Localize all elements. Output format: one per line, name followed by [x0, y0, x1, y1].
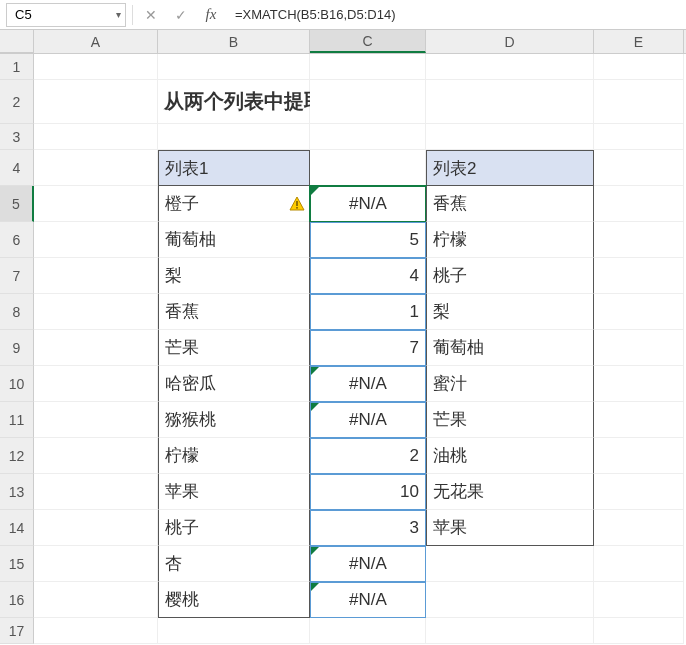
col-header-B[interactable]: B	[158, 30, 310, 53]
select-all-corner[interactable]	[0, 30, 34, 53]
list1-item[interactable]: 柠檬	[158, 438, 310, 474]
list2-item[interactable]: 油桃	[426, 438, 594, 474]
row-header[interactable]: 14	[0, 510, 34, 546]
cell[interactable]	[34, 618, 158, 644]
enter-icon[interactable]: ✓	[169, 3, 193, 27]
cell[interactable]	[34, 54, 158, 80]
row-header[interactable]: 4	[0, 150, 34, 186]
row-header[interactable]: 6	[0, 222, 34, 258]
cell[interactable]	[310, 124, 426, 150]
row-header[interactable]: 5	[0, 186, 34, 222]
chevron-down-icon[interactable]: ▾	[116, 9, 121, 20]
row-header[interactable]: 9	[0, 330, 34, 366]
list2-item[interactable]: 梨	[426, 294, 594, 330]
row-header[interactable]: 2	[0, 80, 34, 124]
cell[interactable]	[594, 80, 684, 124]
spill-cell[interactable]: 7	[310, 330, 426, 366]
list1-item[interactable]: 猕猴桃	[158, 402, 310, 438]
cell[interactable]	[34, 150, 158, 186]
title-cell[interactable]: 从两个列表中提取相同值	[158, 80, 310, 124]
col-header-D[interactable]: D	[426, 30, 594, 53]
active-cell[interactable]: #N/A	[310, 186, 426, 222]
list1-item[interactable]: 芒果	[158, 330, 310, 366]
cell[interactable]	[34, 186, 158, 222]
cell[interactable]	[34, 124, 158, 150]
list1-item[interactable]: 杏	[158, 546, 310, 582]
cell[interactable]	[594, 54, 684, 80]
col-header-A[interactable]: A	[34, 30, 158, 53]
cell[interactable]	[594, 474, 684, 510]
cell[interactable]	[34, 80, 158, 124]
row-header[interactable]: 11	[0, 402, 34, 438]
cell[interactable]	[426, 54, 594, 80]
row-header[interactable]: 12	[0, 438, 34, 474]
spill-cell[interactable]: 5	[310, 222, 426, 258]
col-header-E[interactable]: E	[594, 30, 684, 53]
cell[interactable]	[594, 330, 684, 366]
cell[interactable]	[594, 546, 684, 582]
cell[interactable]	[34, 510, 158, 546]
cell[interactable]	[34, 474, 158, 510]
name-box[interactable]: C5 ▾	[6, 3, 126, 27]
spill-cell[interactable]: #N/A	[310, 366, 426, 402]
row-header[interactable]: 3	[0, 124, 34, 150]
list1-item[interactable]: 葡萄柚	[158, 222, 310, 258]
cell[interactable]	[594, 618, 684, 644]
cell[interactable]	[594, 366, 684, 402]
cell[interactable]	[34, 366, 158, 402]
spill-cell[interactable]: #N/A	[310, 402, 426, 438]
cell[interactable]	[594, 150, 684, 186]
list2-item[interactable]: 桃子	[426, 258, 594, 294]
spill-cell[interactable]: #N/A	[310, 582, 426, 618]
row-header[interactable]: 16	[0, 582, 34, 618]
row-header[interactable]: 8	[0, 294, 34, 330]
cell[interactable]	[594, 294, 684, 330]
cell[interactable]	[310, 150, 426, 186]
cell[interactable]	[594, 124, 684, 150]
cell[interactable]	[34, 546, 158, 582]
cell[interactable]	[594, 258, 684, 294]
cell[interactable]	[594, 510, 684, 546]
spill-cell[interactable]: 2	[310, 438, 426, 474]
col-header-C[interactable]: C	[310, 30, 426, 53]
list2-item[interactable]: 无花果	[426, 474, 594, 510]
list1-item[interactable]: 桃子	[158, 510, 310, 546]
cell[interactable]	[426, 618, 594, 644]
list2-item[interactable]: 香蕉	[426, 186, 594, 222]
cell[interactable]	[310, 80, 426, 124]
list2-item[interactable]: 芒果	[426, 402, 594, 438]
spill-cell[interactable]: #N/A	[310, 546, 426, 582]
spill-cell[interactable]: 10	[310, 474, 426, 510]
cell[interactable]	[34, 402, 158, 438]
cell[interactable]	[34, 258, 158, 294]
list1-item[interactable]: 哈密瓜	[158, 366, 310, 402]
list2-item[interactable]: 苹果	[426, 510, 594, 546]
list1-item[interactable]: 樱桃	[158, 582, 310, 618]
cell[interactable]	[426, 80, 594, 124]
row-header[interactable]: 17	[0, 618, 34, 644]
row-header[interactable]: 1	[0, 54, 34, 80]
row-header[interactable]: 7	[0, 258, 34, 294]
list1-item[interactable]: 苹果	[158, 474, 310, 510]
cell[interactable]	[158, 124, 310, 150]
cell[interactable]	[158, 618, 310, 644]
cell[interactable]	[594, 402, 684, 438]
list2-item[interactable]: 柠檬	[426, 222, 594, 258]
fx-icon[interactable]: fx	[199, 3, 223, 27]
list2-item[interactable]: 葡萄柚	[426, 330, 594, 366]
cell[interactable]	[34, 330, 158, 366]
cell[interactable]	[310, 618, 426, 644]
list1-header[interactable]: 列表1	[158, 150, 310, 186]
cell[interactable]	[34, 582, 158, 618]
cell[interactable]	[34, 222, 158, 258]
list1-item[interactable]: 香蕉	[158, 294, 310, 330]
cell[interactable]	[426, 124, 594, 150]
cell[interactable]	[158, 54, 310, 80]
row-header[interactable]: 13	[0, 474, 34, 510]
cell[interactable]	[426, 582, 594, 618]
cell[interactable]	[594, 582, 684, 618]
row-header[interactable]: 10	[0, 366, 34, 402]
list1-item[interactable]: 梨	[158, 258, 310, 294]
spill-cell[interactable]: 4	[310, 258, 426, 294]
warning-icon[interactable]	[289, 196, 305, 212]
